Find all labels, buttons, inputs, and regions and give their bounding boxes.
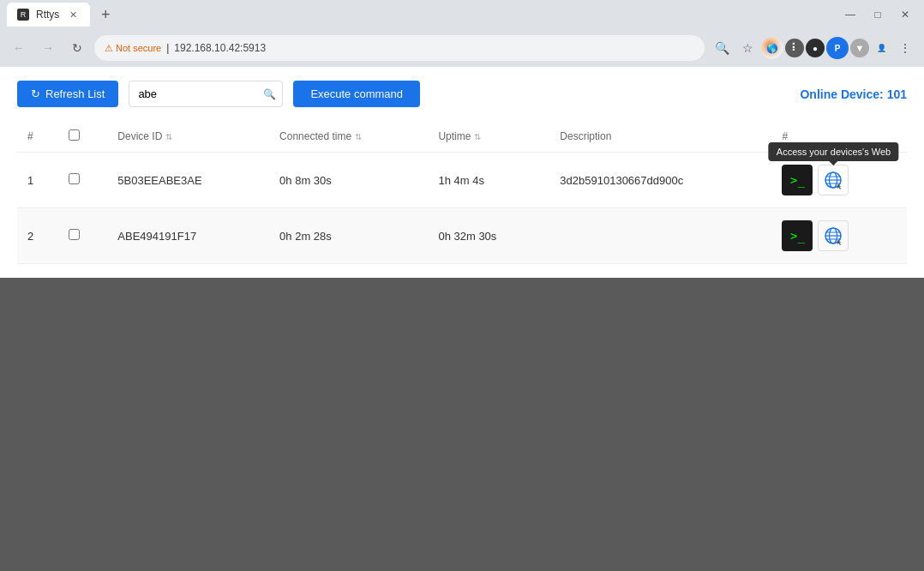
sort-uptime-icon: ⇅ — [474, 132, 481, 141]
online-device-count: Online Device: 101 — [800, 87, 907, 101]
table-row: 2 ABE494191F17 0h 2m 28s 0h 32m 30s — [17, 208, 907, 264]
action-buttons-1: >_ — [782, 165, 897, 195]
terminal-button-1[interactable]: >_ — [782, 165, 813, 195]
description-cell-2 — [549, 208, 771, 264]
web-icon-2 — [824, 226, 843, 245]
search-icon: 🔍 — [263, 88, 276, 100]
row-num-2: 2 — [17, 208, 58, 264]
reload-button[interactable]: ↻ — [65, 36, 89, 60]
title-bar: R Rttys ✕ + — □ ✕ — [0, 0, 924, 29]
select-all-checkbox[interactable] — [69, 129, 80, 141]
col-header-actions: # — [771, 121, 907, 153]
app-toolbar: ↻ Refresh List 🔍 Execute command Online … — [17, 81, 907, 107]
background-area — [0, 278, 924, 571]
close-button[interactable]: ✕ — [893, 3, 917, 27]
refresh-list-button[interactable]: ↻ Refresh List — [17, 81, 118, 107]
col-header-device-id[interactable]: Device ID ⇅ — [107, 121, 269, 153]
tab-favicon: R — [17, 9, 29, 21]
address-bar[interactable]: ⚠ Not secure | 192.168.10.42:5913 — [94, 35, 705, 61]
col-header-connected-time[interactable]: Connected time ⇅ — [269, 121, 428, 153]
back-button[interactable]: ← — [7, 36, 31, 60]
minimize-button[interactable]: — — [838, 3, 862, 27]
browser-tab[interactable]: R Rttys ✕ — [7, 3, 90, 27]
col-description-label: Description — [560, 130, 611, 142]
col-num-label: # — [27, 130, 33, 142]
device-table: # Device ID ⇅ Connected time ⇅ — [17, 121, 907, 264]
col-header-checkbox — [58, 121, 107, 153]
browser-ext-4[interactable]: P — [826, 37, 849, 59]
new-tab-button[interactable]: + — [93, 3, 117, 27]
action-buttons-2: >_ — [782, 220, 897, 251]
table-header: # Device ID ⇅ Connected time ⇅ — [17, 121, 907, 153]
warning-icon: ⚠ — [105, 43, 113, 54]
web-access-button-2[interactable] — [818, 220, 849, 251]
browser-toolbar-icons: 🔍 ☆ 🌎 ⠇ ● P ▼ 👤 ⋮ — [710, 36, 917, 60]
device-id-cell-2: ABE494191F17 — [107, 208, 269, 264]
description-cell-1: 3d2b5910130667dd900c — [549, 153, 771, 208]
address-separator: | — [166, 42, 169, 54]
search-lens-button[interactable]: 🔍 — [710, 36, 734, 60]
tab-close-button[interactable]: ✕ — [66, 8, 80, 21]
col-connected-time-label: Connected time — [279, 130, 351, 142]
actions-cell-1: >_ — [771, 153, 907, 208]
row-checkbox-2[interactable] — [69, 229, 80, 240]
col-header-description: Description — [549, 121, 771, 153]
browser-chrome: R Rttys ✕ + — □ ✕ ← → ↻ ⚠ Not secure | 1… — [0, 0, 924, 67]
row-checkbox-1[interactable] — [69, 173, 80, 184]
security-warning: ⚠ Not secure — [105, 43, 161, 54]
connected-time-cell-1: 0h 8m 30s — [269, 153, 428, 208]
search-input[interactable] — [129, 81, 283, 107]
title-bar-left: R Rttys ✕ + — [7, 3, 117, 27]
terminal-icon-1: >_ — [790, 173, 805, 187]
browser-ext-1[interactable]: 🌎 — [761, 37, 783, 59]
app-content: ↻ Refresh List 🔍 Execute command Online … — [0, 67, 924, 278]
connected-time-cell-2: 0h 2m 28s — [269, 208, 428, 264]
browser-ext-3[interactable]: ● — [806, 39, 825, 57]
col-header-uptime[interactable]: Uptime ⇅ — [428, 121, 549, 153]
uptime-cell-1: 1h 4m 4s — [428, 153, 549, 208]
forward-button[interactable]: → — [36, 36, 60, 60]
web-icon-1 — [824, 171, 843, 189]
tab-title: Rttys — [36, 9, 59, 21]
search-wrapper: 🔍 — [129, 81, 283, 107]
refresh-icon: ↻ — [31, 87, 40, 100]
row-num-1: 1 — [17, 153, 58, 208]
web-button-wrapper-1: Access your devices's Web — [818, 165, 849, 195]
terminal-button-2[interactable]: >_ — [782, 220, 813, 251]
web-access-button-1[interactable] — [818, 165, 849, 195]
col-uptime-label: Uptime — [438, 130, 471, 142]
window-controls: — □ ✕ — [838, 3, 917, 27]
uptime-cell-2: 0h 32m 30s — [428, 208, 549, 264]
browser-ext-5[interactable]: ▼ — [850, 39, 869, 57]
nav-bar: ← → ↻ ⚠ Not secure | 192.168.10.42:5913 … — [0, 29, 924, 67]
bookmark-button[interactable]: ☆ — [735, 36, 759, 60]
terminal-icon-2: >_ — [790, 229, 805, 243]
col-header-num: # — [17, 121, 58, 153]
address-url: 192.168.10.42:5913 — [174, 42, 266, 54]
sort-connected-time-icon: ⇅ — [355, 132, 362, 141]
row-checkbox-cell-2 — [58, 208, 107, 264]
maximize-button[interactable]: □ — [866, 3, 890, 27]
col-actions-label: # — [782, 130, 788, 142]
menu-button[interactable]: ⋮ — [893, 36, 917, 60]
col-device-id-label: Device ID — [117, 130, 162, 142]
sort-device-id-icon: ⇅ — [165, 132, 172, 141]
execute-command-button[interactable]: Execute command — [293, 81, 420, 107]
browser-profile[interactable]: 👤 — [871, 38, 891, 58]
web-button-wrapper-2 — [818, 220, 849, 251]
table-body: 1 5B03EEABE3AE 0h 8m 30s 1h 4m 4s 3d2b59… — [17, 153, 907, 264]
actions-cell-2: >_ — [771, 208, 907, 264]
table-row: 1 5B03EEABE3AE 0h 8m 30s 1h 4m 4s 3d2b59… — [17, 153, 907, 208]
device-id-cell-1: 5B03EEABE3AE — [107, 153, 269, 208]
row-checkbox-cell-1 — [58, 153, 107, 208]
browser-ext-2[interactable]: ⠇ — [785, 39, 804, 57]
